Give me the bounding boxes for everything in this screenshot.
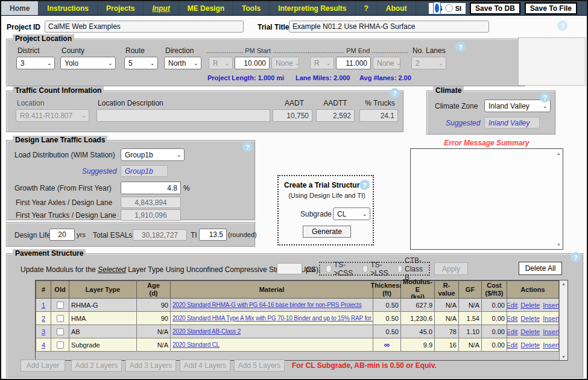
climate-zone-select[interactable]: Inland Valley ⌄ (484, 100, 551, 112)
insert-link[interactable]: Insert (543, 328, 559, 335)
insert-link[interactable]: Insert (543, 315, 559, 322)
pavement-help-icon[interactable]: ? (571, 252, 581, 262)
location-description-input[interactable] (96, 109, 270, 122)
material-link[interactable]: 2020 Standard AB-Class 2 (172, 328, 241, 335)
row-number-link[interactable]: 4 (42, 341, 45, 349)
scroll-down-icon[interactable]: ▼ (560, 355, 567, 359)
row-number-link[interactable]: 3 (42, 328, 45, 335)
design-life-input[interactable] (49, 229, 75, 241)
delete-link[interactable]: Delete (520, 341, 540, 349)
pm-end-input[interactable] (336, 57, 371, 69)
project-location-help-icon[interactable]: ? (455, 42, 466, 52)
tab-about[interactable]: About (378, 1, 416, 15)
pm-end-prefix-value: R (314, 59, 320, 68)
district-select[interactable]: 3 ⌄ (16, 57, 55, 69)
scroll-up-icon[interactable]: ▲ (557, 151, 561, 156)
page-help-icon[interactable]: ? (557, 21, 567, 31)
total-esals-label: Total ESALs (93, 231, 132, 239)
tab-help[interactable]: ? (356, 1, 378, 15)
tab-instructions[interactable]: Instructions (39, 1, 98, 15)
trial-structure-help-icon[interactable]: ? (359, 180, 370, 190)
old-checkbox[interactable] (57, 328, 64, 335)
trial-title-input[interactable] (289, 21, 489, 33)
delete-all-button[interactable]: Delete All (519, 262, 562, 275)
route-select[interactable]: 5 ⌄ (124, 57, 158, 69)
traffic-loads-help-icon[interactable]: ? (242, 142, 253, 152)
traffic-count-help-icon[interactable]: ? (390, 88, 400, 98)
direction-select[interactable]: North ⌄ (164, 57, 201, 69)
direction-value: North (168, 59, 186, 68)
pavement-table-container: # Old Layer Type Age (d) Material Thickn… (35, 280, 568, 361)
edit-link[interactable]: Edit (507, 328, 517, 335)
climate-help-icon[interactable]: ? (540, 92, 550, 103)
material-link[interactable]: 2020 Standard RHMA-G with PG 64-16 base … (172, 302, 361, 308)
row-number-link[interactable]: 1 (42, 302, 45, 309)
apply-button: Apply (434, 262, 468, 275)
county-value: Yolo (65, 59, 78, 68)
cost-cell: 0.00 (482, 299, 507, 312)
scroll-down-icon[interactable]: ▼ (557, 242, 561, 247)
ts-lss-radio-option: TS->LSS (362, 261, 391, 277)
no-lanes-value: 2 (416, 59, 420, 68)
modulus-cell: 1,230.6 (401, 312, 435, 325)
location-description-label: Location Description (98, 99, 163, 107)
save-to-file-button[interactable]: Save To File (525, 2, 577, 14)
tab-interpreting-results[interactable]: Interpreting Results (270, 1, 355, 15)
delete-link[interactable]: Delete (520, 328, 540, 335)
pct-trucks-input (359, 109, 398, 122)
edit-link[interactable]: Edit (507, 341, 517, 349)
error-summary-box: ▲ ▼ (410, 148, 563, 250)
si-radio[interactable] (445, 4, 453, 12)
edit-link[interactable]: Edit (507, 302, 517, 309)
chevron-down-icon: ⌄ (362, 211, 367, 217)
growth-rate-input[interactable] (121, 182, 181, 194)
tab-projects[interactable]: Projects (98, 1, 144, 15)
ucs-input[interactable] (277, 263, 302, 274)
design-life-unit: yrs (77, 231, 86, 238)
delete-link[interactable]: Delete (520, 315, 540, 322)
pm-start-label: .................... PM Start ..........… (206, 47, 303, 54)
project-id-label: Project ID (7, 23, 40, 31)
edit-link[interactable]: Edit (507, 315, 517, 322)
tab-tools[interactable]: Tools (233, 1, 270, 15)
gf-cell: 1.10 (459, 325, 482, 338)
chevron-down-icon: ⌄ (438, 60, 443, 66)
project-location-legend: Project Location (13, 34, 74, 43)
old-checkbox[interactable] (57, 315, 64, 322)
project-id-input[interactable] (45, 21, 244, 33)
county-select[interactable]: Yolo ⌄ (60, 57, 116, 69)
generate-button[interactable]: Generate (303, 226, 351, 238)
old-checkbox[interactable] (57, 302, 64, 309)
us-radio[interactable] (433, 2, 441, 14)
tab-home[interactable]: Home (1, 1, 39, 15)
material-link[interactable]: 2020 Standard HMA Type A Mix with PG 70-… (172, 315, 373, 321)
table-scrollbar[interactable]: ▲ ▼ (559, 280, 567, 360)
col-header-gf: GF (459, 280, 482, 299)
subgrade-select[interactable]: CL ⌄ (333, 207, 370, 220)
pm-end-label: .................... PM End ............… (308, 47, 404, 54)
col-header-thickness: Thickness (ft) (373, 280, 401, 299)
old-checkbox[interactable] (57, 341, 64, 349)
save-to-db-button[interactable]: Save To DB (470, 2, 520, 14)
row-number-link[interactable]: 2 (42, 315, 45, 322)
no-lanes-select: 2 ⌄ (411, 57, 446, 69)
district-value: 3 (21, 59, 25, 68)
wim-suggested-value: Group1b (121, 165, 168, 177)
insert-link[interactable]: Insert (543, 341, 559, 349)
ts-lss-radio (362, 265, 368, 273)
tab-me-design[interactable]: ME Design (179, 1, 233, 15)
scroll-up-icon[interactable]: ▲ (560, 282, 567, 286)
climate-zone-label: Climate Zone (435, 102, 478, 110)
add-5-layers-button: Add 5 Layers (234, 359, 285, 372)
material-link[interactable]: 2020 Standard CL (172, 341, 220, 348)
wim-station-select[interactable]: Group1b ⌄ (121, 148, 185, 161)
pm-start-input[interactable] (235, 57, 270, 69)
tab-input[interactable]: Input (144, 1, 179, 15)
insert-link[interactable]: Insert (543, 302, 559, 309)
layer-type-cell: HMA (69, 312, 137, 325)
r-value-cell: N/A (435, 312, 459, 325)
col-header-actions: Actions (507, 280, 559, 299)
r-value-cell: 78 (435, 325, 459, 338)
ti-input[interactable] (199, 229, 227, 241)
delete-link[interactable]: Delete (520, 302, 540, 309)
